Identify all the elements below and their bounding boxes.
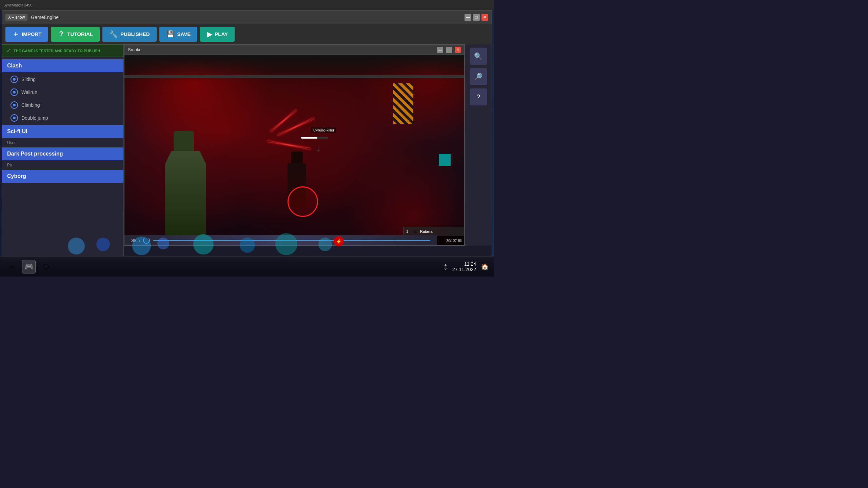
play-icon: ▶ [207,30,212,38]
section-scifi[interactable]: Sci-fi UI [2,125,123,138]
crosshair: + [316,147,319,153]
zoom-in-icon: 🔎 [474,73,482,81]
smoke-titlebar: Smoke — □ ✕ [124,45,464,55]
enemy-head [291,151,303,165]
skin-bar: Skin [124,235,437,245]
window-titlebar: X – show GameEngine — □ ✕ [2,11,492,24]
katana-icon: ⚔ [413,229,417,234]
smoke-close[interactable]: ✕ [455,47,461,53]
section-cyborg[interactable]: Cyborg [2,170,123,183]
help-icon: ? [476,93,480,101]
dark-post-sub: Po [2,161,123,169]
enemy-indicator-circle [288,186,318,217]
double-jump-icon [11,114,18,122]
monitor-bezel: SyncMaster 2450 [0,0,494,10]
play-button[interactable]: ▶ PLAY [200,27,235,42]
taskbar-symbol-3: ⬡ [43,262,49,271]
x-show-button[interactable]: X – show [5,14,27,21]
status-check-icon: ✓ [6,47,11,54]
ammo-bar-3 [460,239,461,242]
scroll-value: 0 [445,267,447,270]
window-title: GameEngine [31,15,59,20]
smoke-maximize[interactable]: □ [446,47,452,53]
double-jump-label: Double jump [21,115,48,121]
smoke-window: Smoke — □ ✕ [124,44,465,246]
clock-date: 27.11.2022 [452,267,476,272]
list-item-double-jump[interactable]: Double jump [2,111,123,124]
clock-display: 11:24 27.11.2022 [452,261,476,272]
wallrun-icon [11,88,18,96]
list-item-sliding[interactable]: Sliding [2,73,123,86]
import-icon: ＋ [12,29,19,39]
home-icon[interactable]: 🏠 [481,263,489,270]
skin-label: Skin [131,238,140,243]
scroll-up-arrow: ▲ [444,263,447,266]
zoom-out-button[interactable]: 🔍 [470,48,487,65]
monitor-title: SyncMaster 2450 [3,3,33,7]
sliding-icon [11,76,18,83]
taskbar-icon-3[interactable]: ⬡ [39,260,53,273]
list-item-wallrun[interactable]: Wallrun [2,86,123,99]
sliding-label: Sliding [21,77,36,82]
weapon-slot-num-1: 1 [406,229,410,233]
weapon-slot-1[interactable]: 1 ⚔ Katana [403,227,464,236]
ammo-bar-1 [458,239,459,242]
status-text: THE GAME IS TESTED AND READY TO PUBLISH [14,49,100,53]
published-button[interactable]: 🔧 PUBLISHED [102,27,157,42]
game-viewport[interactable]: Cyborg-killer + [124,55,464,245]
smoke-minimize[interactable]: — [437,47,443,53]
weapon-name-1: Katana [420,229,433,233]
status-bar: ✓ THE GAME IS TESTED AND READY TO PUBLIS… [2,44,123,57]
enemy-label: Cyborg-killer [311,127,336,133]
player-head [174,131,194,155]
import-button[interactable]: ＋ IMPORT [5,27,48,42]
player-character [158,134,226,236]
scroll-control[interactable]: ▲ 0 [444,263,447,270]
right-panel: Smoke — □ ✕ [124,44,492,256]
window-controls: — □ ✕ [465,14,488,21]
help-button[interactable]: ? [470,88,487,105]
taskbar-symbol-2: 🎮 [24,262,34,271]
tutorial-icon: ？ [58,29,64,39]
zoom-in-button[interactable]: 🔎 [470,68,487,85]
skin-line [153,240,430,241]
taskbar-symbol-1: ∞ [9,262,15,271]
section-dark-post[interactable]: Dark Post processing [2,147,123,160]
player-body [165,151,206,236]
cyborg-icon-symbol: ⚡ [336,239,342,244]
ammo-bar-2 [459,239,460,242]
published-icon: 🔧 [109,30,118,38]
left-panel: ✓ THE GAME IS TESTED AND READY TO PUBLIS… [2,44,124,256]
taskbar-icon-1[interactable]: ∞ [5,260,19,273]
clock-time: 11:24 [452,261,476,267]
main-toolbar: ＋ IMPORT ？ TUTORIAL 🔧 PUBLISHED 💾 SAVE ▶… [2,24,492,44]
enemy-health-fill [301,137,317,139]
teal-box-indicator [439,154,451,166]
close-button[interactable]: ✕ [481,14,488,21]
zoom-out-icon: 🔍 [474,52,482,60]
minimize-button[interactable]: — [465,14,471,21]
desktop: SyncMaster 2450 X – show GameEngine — □ … [0,0,494,277]
enemy-health-bar [301,137,328,139]
save-icon: 💾 [166,30,175,38]
skin-spinner-icon [143,237,150,244]
tutorial-button[interactable]: ？ TUTORIAL [51,27,100,42]
content-area: ✓ THE GAME IS TESTED AND READY TO PUBLIS… [2,44,492,256]
wallrun-label: Wallrun [21,89,37,95]
maximize-button[interactable]: □ [473,14,480,21]
save-button[interactable]: 💾 SAVE [159,27,198,42]
climbing-label: Climbing [21,102,40,108]
clock-area: ▲ 0 11:24 27.11.2022 🏠 [444,261,489,272]
list-item-climbing[interactable]: Climbing [2,99,123,111]
cyborg-status-icon: ⚡ [334,236,344,246]
climbing-icon [11,101,18,109]
scifi-sub: User [2,139,123,147]
smoke-title: Smoke [128,47,434,52]
ammo-bars [458,239,461,242]
section-clash[interactable]: Clash [2,59,123,72]
weapon-ammo: 30/107 [446,239,461,243]
main-window: X – show GameEngine — □ ✕ ＋ IMPORT ？ TUT… [2,10,492,277]
right-toolbar: 🔍 🔎 ? [465,44,492,246]
panel-list[interactable]: Clash Sliding Wallrun [2,57,123,256]
taskbar-icon-2[interactable]: 🎮 [22,260,36,273]
